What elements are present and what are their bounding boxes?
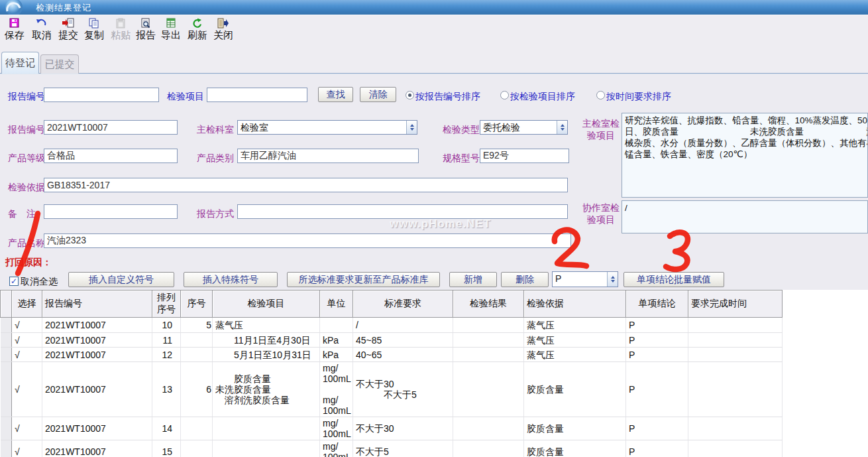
- batch-assign-button[interactable]: 单项结论批量赋值: [624, 272, 724, 287]
- tab-pending[interactable]: 待登记: [1, 52, 39, 74]
- category-input[interactable]: [237, 149, 419, 163]
- copy-button[interactable]: 复制: [81, 18, 107, 40]
- table-row[interactable]: √ 2021WT10007 10 5 蒸气压 / 蒸气压 P: [1, 318, 783, 333]
- annotation-digit-3: [666, 232, 688, 269]
- cell-standard: 45~85: [353, 333, 453, 348]
- refresh-button[interactable]: 刷新: [184, 18, 211, 40]
- cell-report-no: 2021WT10007: [42, 417, 152, 440]
- uncheck-all-checkbox[interactable]: ✓: [9, 277, 19, 286]
- main-dept-combo[interactable]: 检验室: [237, 120, 417, 135]
- grade-label: 产品等级: [8, 153, 45, 164]
- export-icon: [164, 18, 178, 29]
- update-standard-button[interactable]: 所选标准要求更新至产品标准库: [287, 272, 440, 287]
- cell-result[interactable]: [453, 417, 524, 440]
- add-button[interactable]: 新增: [449, 272, 497, 287]
- cell-check[interactable]: √: [12, 440, 42, 457]
- submit-icon: [62, 18, 75, 29]
- report-no-label: 报告编号: [8, 124, 45, 136]
- paste-icon: [114, 18, 127, 29]
- title-bar: 检测结果登记: [0, 0, 868, 15]
- sort-by-item-label[interactable]: 按检验项目排序: [510, 91, 575, 103]
- spec-input[interactable]: [480, 149, 569, 163]
- sort-by-item-radio[interactable]: [500, 91, 509, 99]
- delete-button[interactable]: 删除: [501, 272, 549, 287]
- col-header-deadline[interactable]: 要求完成时间: [688, 291, 783, 318]
- submit-button[interactable]: 提交: [55, 18, 81, 40]
- cell-unit: mg/ 100mL mg/ 100mL: [320, 362, 353, 417]
- cell-check[interactable]: √: [12, 417, 42, 440]
- filter-item-input[interactable]: [207, 88, 307, 102]
- report-method-input[interactable]: [237, 204, 568, 219]
- report-no-input[interactable]: [44, 120, 178, 135]
- cell-check[interactable]: √: [12, 333, 42, 348]
- clear-button[interactable]: 清除: [360, 87, 396, 102]
- table-row[interactable]: √ 2021WT10007 13 6 胶质含量 未洗胶质含量 溶剂洗胶质含量 m…: [1, 362, 783, 417]
- basis-input[interactable]: [44, 178, 568, 192]
- cell-sort-seq: 12: [152, 348, 181, 362]
- cell-no: [181, 440, 213, 457]
- col-header-conclusion[interactable]: 单项结论: [626, 291, 688, 318]
- table-row[interactable]: √ 2021WT10007 11 11月1日至4月30日 kPa 45~85 蒸…: [1, 333, 783, 348]
- table-row[interactable]: √ 2021WT10007 15 mg/ 100mL 不大于5 胶质含量 P: [1, 440, 783, 457]
- export-button[interactable]: 导出: [158, 18, 184, 40]
- main-lab-items-panel[interactable]: 研究法辛烷值、抗爆指数、铅含量、馏程、10%蒸发温度、50%蒸 日、胶质含量 未…: [622, 113, 868, 198]
- remark-input[interactable]: [44, 204, 178, 219]
- spinner-icon[interactable]: [406, 121, 417, 134]
- tab-submitted[interactable]: 已提交: [40, 54, 79, 74]
- filter-report-no-input[interactable]: [44, 88, 159, 102]
- cell-unit: mg/ 100mL: [320, 440, 353, 457]
- col-header-report-no[interactable]: 报告编号: [42, 291, 152, 318]
- col-header-unit[interactable]: 单位: [320, 291, 353, 318]
- col-header-select[interactable]: 选择: [12, 291, 42, 318]
- close-button[interactable]: 关闭: [210, 18, 237, 40]
- tab-strip: 待登记 已提交: [0, 45, 868, 74]
- insp-type-combo[interactable]: 委托检验: [480, 120, 568, 135]
- remark-label: 备 注: [8, 208, 36, 220]
- col-header-sort-seq[interactable]: 排列 序号: [152, 291, 181, 318]
- report-button[interactable]: 报告: [133, 18, 159, 40]
- cell-check[interactable]: √: [12, 318, 42, 333]
- cell-result[interactable]: [453, 318, 524, 333]
- col-header-basis[interactable]: 检验依据: [524, 291, 626, 318]
- product-name-input[interactable]: [44, 233, 571, 248]
- cell-report-no: 2021WT10007: [42, 348, 152, 362]
- col-header-result[interactable]: 检验结果: [453, 291, 524, 318]
- sort-by-report-no-label[interactable]: 按报告编号排序: [415, 91, 480, 103]
- insert-special-symbol-button[interactable]: 插入特殊符号: [184, 272, 278, 287]
- grade-input[interactable]: [44, 149, 178, 163]
- cell-result[interactable]: [453, 348, 524, 362]
- cell-result[interactable]: [453, 362, 524, 417]
- insert-custom-symbol-button[interactable]: 插入自定义符号: [68, 272, 174, 287]
- watermark: www.pHome.NET: [390, 218, 491, 231]
- sort-by-time-label[interactable]: 按时间要求排序: [606, 91, 671, 103]
- cell-result[interactable]: [453, 440, 524, 457]
- filter-item-label: 检验项目: [167, 91, 204, 103]
- cell-check[interactable]: √: [12, 348, 42, 362]
- save-button[interactable]: 保存: [1, 18, 28, 40]
- cell-result[interactable]: [453, 333, 524, 348]
- close-icon: [217, 18, 230, 29]
- cell-item: [213, 440, 320, 457]
- spinner-icon[interactable]: [557, 121, 567, 134]
- spinner-icon[interactable]: [607, 272, 618, 287]
- tabstrip-divider-highlight: [0, 74, 868, 74]
- sort-by-report-no-radio[interactable]: [406, 91, 414, 99]
- col-header-no[interactable]: 序号: [181, 291, 213, 318]
- find-button[interactable]: 查找: [318, 87, 353, 102]
- cell-check[interactable]: √: [12, 362, 42, 417]
- conclusion-combo[interactable]: P: [552, 271, 618, 287]
- cell-unit: [320, 318, 353, 333]
- co-lab-items-label: 协作室检 验项目: [580, 202, 622, 226]
- main-dept-label: 主检科室: [197, 124, 234, 136]
- undo-button[interactable]: 取消: [28, 18, 55, 40]
- sort-by-time-radio[interactable]: [596, 91, 605, 99]
- co-lab-items-panel[interactable]: /: [622, 200, 868, 233]
- cell-sort-seq: 10: [152, 318, 181, 333]
- col-header-standard[interactable]: 标准要求: [353, 291, 453, 318]
- col-header-item[interactable]: 检验项目: [213, 291, 320, 318]
- table-row[interactable]: √ 2021WT10007 12 5月1日至10月31日 kPa 40~65 蒸…: [1, 348, 783, 362]
- uncheck-all-label[interactable]: 取消全选: [21, 276, 58, 288]
- cell-item: [213, 417, 320, 440]
- cell-conclusion: P: [626, 333, 688, 348]
- table-row[interactable]: √ 2021WT10007 14 mg/ 100mL 不大于30 胶质含量 P: [1, 417, 783, 440]
